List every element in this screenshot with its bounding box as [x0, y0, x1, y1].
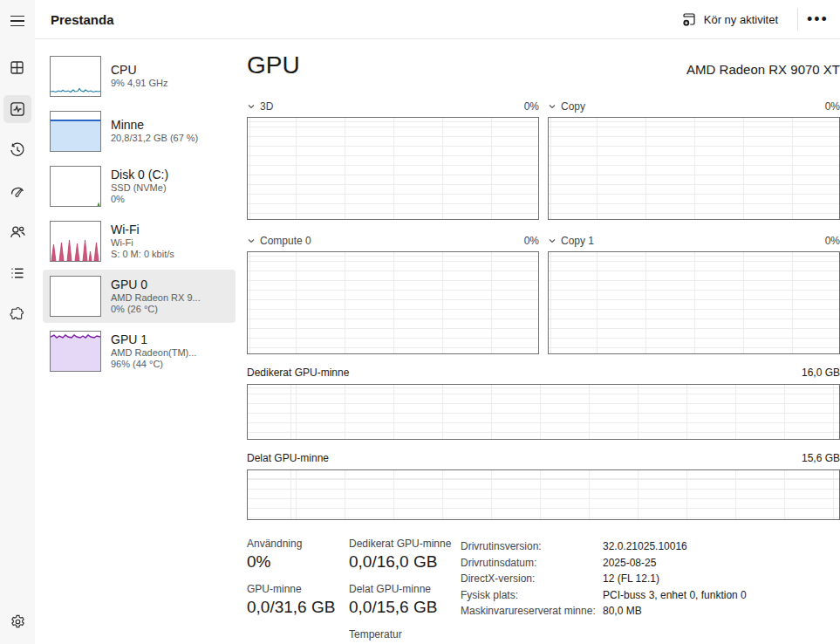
sidebar-item-wifi[interactable]: Wi-Fi Wi-Fi S: 0 M: 0 kbit/s	[43, 215, 236, 268]
dedicated-memory-section: Dedikerat GPU-minne 16,0 GB	[247, 367, 840, 440]
sidebar-item-gpu0[interactable]: GPU 0 AMD Radeon RX 9... 0% (26 °C)	[43, 270, 236, 323]
chart-copy1: Copy 1 0%	[548, 235, 840, 354]
new-task-icon	[682, 12, 697, 27]
sidebar-item-services[interactable]	[3, 300, 31, 328]
more-options-button[interactable]: •••	[805, 7, 840, 32]
gpu1-mini-chart	[50, 331, 101, 372]
detail-value: 2025-08-25	[603, 555, 656, 572]
stat-value: 0%	[247, 552, 349, 572]
chart-canvas-compute0	[247, 251, 539, 354]
memory-chart-max: 15,6 GB	[802, 452, 840, 464]
stat-label: Delat GPU-minne	[349, 583, 461, 595]
stat-value: 0,0/16,0 GB	[349, 552, 461, 572]
device-title: GPU 0	[111, 277, 201, 292]
chevron-down-icon[interactable]	[548, 236, 557, 245]
chart-canvas-copy	[548, 117, 840, 220]
puzzle-icon	[9, 305, 26, 323]
history-clock-icon	[9, 141, 26, 159]
sidebar-item-disk0[interactable]: Disk 0 (C:) SSD (NVMe) 0%	[43, 160, 236, 213]
device-sub2: 0%	[111, 194, 168, 206]
hamburger-menu-icon[interactable]	[3, 7, 31, 35]
cpu-mini-chart	[50, 56, 101, 97]
device-sub2: 0% (26 °C)	[111, 304, 201, 316]
nav-rail	[0, 0, 35, 644]
performance-icon	[9, 100, 26, 118]
sidebar-item-users[interactable]	[3, 218, 31, 246]
detail-value: PCI-buss 3, enhet 0, funktion 0	[603, 587, 747, 604]
memory-chart-label: Delat GPU-minne	[247, 452, 329, 464]
page-title: Prestanda	[51, 12, 114, 27]
detail-value: 32.0.21025.10016	[603, 538, 687, 555]
detail-value: 12 (FL 12.1)	[603, 571, 659, 587]
memory-chart-max: 16,0 GB	[802, 367, 840, 379]
chart-value: 0%	[825, 100, 840, 113]
run-new-task-button[interactable]: Kör ny aktivitet	[673, 7, 787, 32]
toolbar-divider	[797, 8, 798, 31]
chart-canvas-dedicated-memory	[247, 384, 840, 440]
device-title: GPU 1	[111, 332, 196, 347]
sidebar-item-processes[interactable]	[3, 54, 31, 82]
chart-3d: 3D 0%	[247, 100, 539, 220]
chart-canvas-3d	[247, 117, 539, 220]
performance-sidebar: CPU 9% 4,91 GHz Minne 20,8/31,2 GB (67 %…	[35, 39, 240, 644]
detail-label: Maskinvarureserverat minne:	[461, 603, 603, 620]
sidebar-item-details[interactable]	[3, 259, 31, 287]
gpu-device-name: AMD Radeon RX 9070 XT	[686, 62, 840, 79]
chart-compute0: Compute 0 0%	[247, 235, 539, 354]
chart-label: Copy 1	[561, 235, 594, 247]
chart-value: 0%	[524, 235, 539, 247]
chart-canvas-copy1	[548, 251, 840, 354]
detail-label: Drivrutinsdatum:	[461, 555, 603, 572]
chart-label: 3D	[260, 100, 273, 113]
sidebar-item-gpu1[interactable]: GPU 1 AMD Radeon(TM)... 96% (44 °C)	[43, 325, 236, 378]
device-title: CPU	[111, 63, 167, 78]
detail-label: DirectX-version:	[461, 571, 603, 587]
device-sub: 9% 4,91 GHz	[111, 78, 167, 90]
sidebar-item-memory[interactable]: Minne 20,8/31,2 GB (67 %)	[43, 105, 236, 158]
stat-label: Användning	[247, 538, 349, 550]
gpu-stats: Användning 0% GPU-minne 0,0/31,6 GB Dedi…	[247, 538, 840, 644]
gpu0-mini-chart	[50, 276, 101, 317]
detail-value: 80,0 MB	[603, 603, 642, 620]
device-sub2: S: 0 M: 0 kbit/s	[111, 249, 174, 261]
stat-label: Temperatur	[349, 628, 461, 641]
processes-icon	[9, 59, 26, 77]
engine-chart-grid: 3D 0% Copy 0% Compute 0 0% Copy	[247, 100, 840, 354]
device-title: Disk 0 (C:)	[111, 168, 168, 182]
shared-memory-section: Delat GPU-minne 15,6 GB	[247, 452, 840, 520]
detail-label: Drivrutinsversion:	[461, 538, 603, 555]
detail-label: Fysisk plats:	[461, 587, 603, 604]
chevron-down-icon[interactable]	[247, 236, 256, 245]
gpu-detail-panel: GPU AMD Radeon RX 9070 XT 3D 0% Copy 0% …	[247, 39, 840, 644]
chart-canvas-shared-memory	[247, 469, 840, 520]
stat-value: 0,0/31,6 GB	[247, 598, 349, 617]
gpu-page-title: GPU	[247, 51, 300, 79]
gauge-icon	[9, 182, 26, 200]
stat-label: GPU-minne	[247, 583, 349, 595]
chevron-down-icon[interactable]	[548, 102, 557, 111]
sidebar-item-app-history[interactable]	[3, 136, 31, 164]
title-bar: Prestanda Kör ny aktivitet •••	[35, 0, 840, 39]
device-title: Wi-Fi	[111, 223, 174, 237]
chevron-down-icon[interactable]	[247, 102, 256, 111]
run-new-task-label: Kör ny aktivitet	[704, 13, 778, 26]
sidebar-item-startup-apps[interactable]	[3, 177, 31, 205]
stat-value: 0,0/15,6 GB	[349, 598, 461, 617]
list-icon	[9, 264, 26, 282]
settings-button[interactable]	[3, 607, 31, 635]
memory-mini-chart	[50, 111, 101, 152]
gear-icon	[10, 613, 26, 630]
device-sub: Wi-Fi	[111, 237, 174, 250]
chart-value: 0%	[524, 100, 539, 113]
wifi-mini-chart	[50, 221, 101, 262]
chart-copy: Copy 0%	[548, 100, 840, 220]
sidebar-item-cpu[interactable]: CPU 9% 4,91 GHz	[43, 50, 236, 103]
driver-details: Drivrutinsversion:32.0.21025.10016 Drivr…	[461, 538, 840, 644]
sidebar-item-performance[interactable]	[3, 95, 31, 123]
memory-chart-label: Dedikerat GPU-minne	[247, 367, 349, 379]
stat-label: Dedikerat GPU-minne	[349, 538, 461, 550]
device-sub: 20,8/31,2 GB (67 %)	[111, 133, 198, 145]
device-sub: SSD (NVMe)	[111, 182, 168, 195]
chart-label: Compute 0	[260, 235, 311, 247]
device-title: Minne	[111, 118, 198, 133]
